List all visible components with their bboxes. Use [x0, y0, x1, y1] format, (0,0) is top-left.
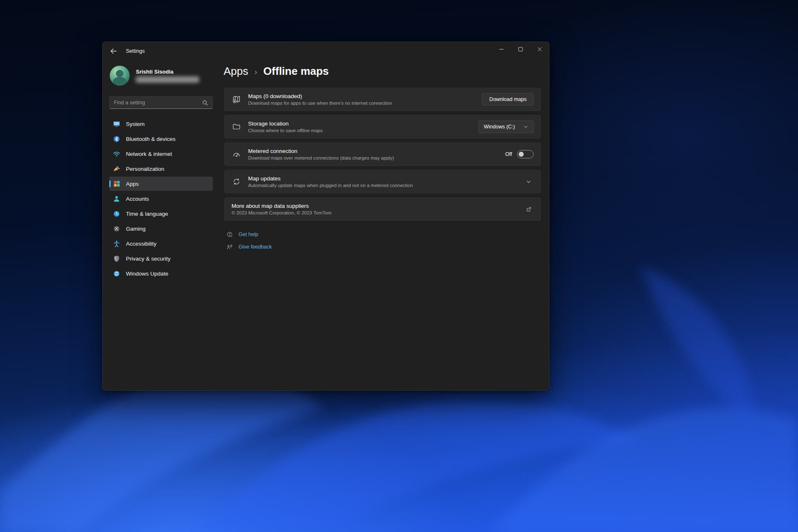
card-subtitle: Automatically update maps when plugged i…: [248, 183, 524, 188]
sidebar-item-label: Gaming: [126, 226, 145, 232]
sidebar-item-personalization[interactable]: Personalization: [109, 162, 213, 176]
help-links: Get help Give feedback: [224, 228, 272, 253]
personalization-icon: [113, 165, 121, 173]
get-help-link[interactable]: Get help: [224, 228, 272, 241]
card-title: Metered connection: [248, 148, 505, 154]
toggle-knob: [519, 152, 524, 157]
bluetooth-icon: [113, 135, 121, 143]
close-button[interactable]: [530, 42, 549, 56]
window-title: Settings: [126, 48, 145, 54]
sidebar-item-apps[interactable]: Apps: [109, 177, 213, 191]
sidebar-item-time-language[interactable]: Time & language: [109, 207, 213, 221]
sidebar-item-label: Time & language: [126, 211, 168, 217]
card-subtitle: Choose where to save offline maps: [248, 128, 478, 133]
back-arrow-icon: [110, 48, 117, 54]
sidebar-item-bluetooth-devices[interactable]: Bluetooth & devices: [109, 132, 213, 146]
give-feedback-icon: [226, 244, 233, 251]
card-maps: Maps (0 downloaded) Download maps for ap…: [224, 88, 541, 111]
minimize-icon: [499, 47, 504, 52]
page-title: Offline maps: [264, 65, 329, 78]
desktop: Settings: [0, 0, 798, 532]
sidebar-item-label: Privacy & security: [126, 256, 170, 262]
privacy-icon: [113, 255, 121, 263]
apps-icon: [113, 180, 121, 188]
maximize-icon: [518, 47, 523, 52]
card-title: Map updates: [248, 175, 524, 182]
maps-download-icon: [232, 95, 241, 104]
sidebar-item-label: Apps: [126, 181, 139, 187]
windows-update-icon: [113, 270, 121, 278]
sidebar-item-label: Personalization: [126, 166, 164, 172]
metered-gauge-icon: [232, 150, 241, 159]
card-text: Storage location Choose where to save of…: [248, 117, 478, 137]
network-icon: [113, 150, 121, 158]
sidebar-item-label: Bluetooth & devices: [126, 136, 175, 142]
user-name: Srishti Sisodia: [136, 69, 199, 75]
maximize-button[interactable]: [511, 42, 530, 56]
accessibility-icon: [113, 240, 121, 248]
search-box: [109, 96, 213, 109]
sidebar-item-accounts[interactable]: Accounts: [109, 192, 213, 206]
sidebar-item-label: System: [126, 121, 145, 127]
external-link-icon: [524, 206, 534, 212]
get-help-label: Get help: [239, 232, 258, 237]
sidebar-item-label: Windows Update: [126, 271, 168, 277]
sidebar-item-label: Accessibility: [126, 241, 157, 247]
card-subtitle: Download maps over metered connections (…: [248, 155, 505, 160]
give-feedback-label: Give feedback: [239, 244, 272, 250]
card-subtitle: Download maps for apps to use when there…: [248, 101, 482, 106]
titlebar: Settings: [103, 42, 549, 60]
storage-location-dropdown[interactable]: Windows (C:): [478, 121, 534, 133]
card-text: Metered connection Download maps over me…: [248, 144, 505, 164]
gaming-icon: [113, 225, 121, 233]
breadcrumb-separator-icon: ›: [254, 67, 257, 76]
metered-toggle-row: Off: [505, 150, 534, 158]
sidebar-item-label: Network & internet: [126, 151, 172, 157]
card-title: Maps (0 downloaded): [248, 93, 482, 99]
sidebar-item-privacy-security[interactable]: Privacy & security: [109, 251, 213, 266]
sidebar-item-label: Accounts: [126, 196, 149, 202]
breadcrumb: Apps › Offline maps: [224, 65, 329, 78]
back-button[interactable]: [107, 45, 120, 57]
close-icon: [537, 47, 542, 52]
minimize-button[interactable]: [492, 42, 511, 56]
user-info: Srishti Sisodia: [136, 69, 199, 83]
time-language-icon: [113, 210, 121, 218]
user-profile[interactable]: Srishti Sisodia: [110, 66, 199, 86]
system-icon: [113, 120, 121, 128]
settings-cards: Maps (0 downloaded) Download maps for ap…: [224, 88, 541, 225]
card-map-data-suppliers[interactable]: More about map data suppliers © 2023 Mic…: [224, 197, 541, 221]
user-email-redacted: [136, 76, 199, 83]
search-icon: [202, 100, 208, 106]
sidebar-item-system[interactable]: System: [109, 117, 213, 131]
card-text: More about map data suppliers © 2023 Mic…: [232, 199, 524, 219]
card-title: More about map data suppliers: [232, 203, 524, 209]
sidebar-item-network-internet[interactable]: Network & internet: [109, 147, 213, 161]
accounts-icon: [113, 195, 121, 203]
search-input[interactable]: [114, 100, 202, 106]
download-maps-button[interactable]: Download maps: [482, 93, 534, 106]
sidebar-nav: System Bluetooth & devices: [109, 117, 213, 281]
sidebar-item-windows-update[interactable]: Windows Update: [109, 266, 213, 281]
storage-location-value: Windows (C:): [484, 124, 515, 130]
card-metered-connection: Metered connection Download maps over me…: [224, 143, 541, 166]
toggle-state-label: Off: [505, 151, 512, 157]
give-feedback-link[interactable]: Give feedback: [224, 241, 272, 253]
card-map-updates[interactable]: Map updates Automatically update maps wh…: [224, 170, 541, 193]
sync-icon: [232, 177, 241, 186]
get-help-icon: [226, 231, 233, 238]
card-subtitle: © 2023 Microsoft Corporation, © 2023 Tom…: [232, 210, 524, 215]
card-text: Map updates Automatically update maps wh…: [248, 172, 524, 192]
chevron-down-icon: [523, 124, 528, 129]
expand-chevron-icon[interactable]: [524, 179, 534, 185]
user-avatar: [110, 66, 130, 86]
card-title: Storage location: [248, 121, 478, 127]
sidebar-item-accessibility[interactable]: Accessibility: [109, 236, 213, 251]
card-text: Maps (0 downloaded) Download maps for ap…: [248, 89, 482, 109]
settings-window: Settings: [102, 42, 549, 391]
breadcrumb-parent[interactable]: Apps: [224, 65, 248, 78]
card-storage-location: Storage location Choose where to save of…: [224, 115, 541, 138]
sidebar-item-gaming[interactable]: Gaming: [109, 222, 213, 236]
metered-toggle[interactable]: [517, 150, 534, 158]
caption-controls: [492, 42, 549, 56]
